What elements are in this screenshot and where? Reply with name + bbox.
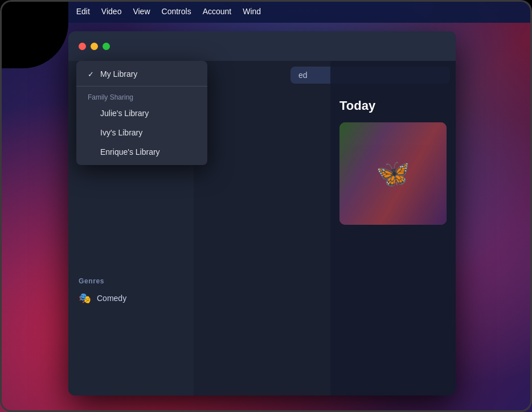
app-window: Library ▾ ✓ My Library Family Sharing — [68, 31, 456, 395]
ivys-library-item[interactable]: Ivy's Library — [76, 123, 194, 142]
library-dropdown: ✓ My Library Family Sharing Julie's Libr… — [76, 61, 194, 165]
comedy-label: Comedy — [97, 294, 126, 303]
empty-check — [88, 109, 96, 118]
window-content: Library ▾ ✓ My Library Family Sharing — [68, 61, 456, 395]
my-library-label: My Library — [100, 69, 137, 79]
menu-bar: TV File Edit Video View Controls Account… — [0, 0, 532, 23]
comedy-item[interactable]: 🎭 Comedy — [68, 287, 194, 309]
today-header: Today — [339, 98, 447, 113]
menu-account[interactable]: Account — [197, 5, 238, 18]
ivys-library-label: Ivy's Library — [100, 128, 142, 137]
enriques-library-label: Enrique's Library — [100, 147, 160, 156]
main-content: ed Today 🦋 — [194, 61, 456, 395]
genres-header: Genres — [68, 273, 194, 287]
sidebar: Library ▾ ✓ My Library Family Sharing — [68, 61, 194, 395]
content-card[interactable]: 🦋 — [339, 122, 447, 225]
traffic-lights — [79, 43, 110, 50]
menu-window[interactable]: Wind — [237, 5, 267, 18]
empty-check-3 — [88, 148, 96, 156]
julies-library-item[interactable]: Julie's Library — [76, 104, 194, 123]
empty-check-2 — [88, 129, 96, 137]
maximize-button[interactable] — [103, 43, 110, 50]
card-art: 🦋 — [376, 158, 410, 189]
dropdown-divider — [76, 86, 194, 86]
checkmark-icon: ✓ — [88, 70, 96, 79]
my-library-item[interactable]: ✓ My Library — [76, 64, 194, 84]
julies-library-label: Julie's Library — [100, 109, 149, 118]
minimize-button[interactable] — [91, 43, 98, 50]
menu-video[interactable]: Video — [96, 5, 128, 18]
menu-edit[interactable]: Edit — [71, 5, 96, 18]
family-sharing-label: Family Sharing — [76, 89, 194, 104]
comedy-icon: 🎭 — [79, 292, 91, 304]
enriques-library-item[interactable]: Enrique's Library — [76, 142, 194, 162]
menu-view[interactable]: View — [127, 5, 155, 18]
window-title-bar — [68, 31, 456, 61]
menu-controls[interactable]: Controls — [156, 5, 197, 18]
screen: TV File Edit Video View Controls Account… — [0, 0, 532, 412]
search-text: ed — [298, 71, 308, 80]
right-panel: Today 🦋 — [330, 61, 456, 395]
close-button[interactable] — [79, 43, 86, 50]
